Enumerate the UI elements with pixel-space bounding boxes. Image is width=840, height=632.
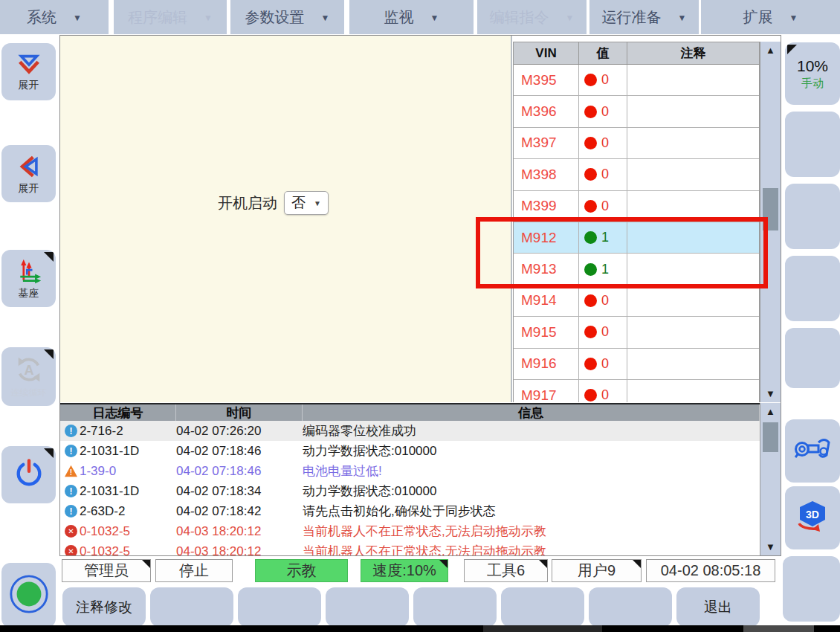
- column-header-value: 值: [579, 42, 627, 64]
- vin-cell: M396: [514, 96, 579, 126]
- table-row[interactable]: M914 0: [514, 286, 759, 317]
- log-warning-icon: [65, 465, 77, 477]
- table-row-selected[interactable]: M912 1: [514, 222, 759, 254]
- user-level-box[interactable]: 管理员: [62, 559, 151, 582]
- run-state-box[interactable]: 停止: [155, 559, 233, 582]
- base-frame-button[interactable]: 基座: [1, 250, 56, 307]
- scroll-up-icon[interactable]: ▲: [760, 45, 781, 56]
- settings-panel: 开机启动 否 ▼: [60, 36, 512, 402]
- log-row[interactable]: 0-1032-5 04-03 18:20:12 当前机器人不在正常状态,无法启动…: [60, 521, 760, 541]
- table-row[interactable]: M397 0: [514, 128, 759, 159]
- column-header-vin: VIN: [514, 42, 579, 64]
- menu-item-monitor[interactable]: 监视 ▼: [349, 0, 474, 34]
- table-row[interactable]: M913 1: [514, 254, 759, 285]
- log-row[interactable]: 2-716-2 04-02 07:26:20 编码器零位校准成功: [60, 421, 760, 441]
- column-header-comment: 注释: [627, 42, 759, 64]
- scroll-down-icon[interactable]: ▼: [760, 388, 781, 399]
- value-cell: 0: [579, 286, 627, 316]
- softkey-button-empty[interactable]: [150, 587, 233, 627]
- comment-edit-button[interactable]: 注释修改: [62, 587, 146, 627]
- softkey-button-empty[interactable]: [413, 587, 497, 627]
- sidebar-button-empty[interactable]: [785, 256, 840, 321]
- speed-box[interactable]: 速度:10%: [361, 559, 448, 582]
- scroll-up-icon[interactable]: ▲: [760, 406, 781, 417]
- log-scrollbar[interactable]: ▲ ▼: [760, 403, 781, 555]
- expand-down-button[interactable]: 展开: [1, 43, 56, 100]
- table-row[interactable]: M396 0: [514, 96, 759, 127]
- value-cell: 0: [579, 191, 627, 222]
- value-cell: 0: [579, 159, 627, 190]
- table-scrollbar[interactable]: ▲ ▼: [760, 42, 781, 402]
- vin-cell: M916: [514, 349, 579, 379]
- vin-cell: M395: [514, 65, 579, 95]
- expand-left-button[interactable]: 展开: [1, 145, 56, 202]
- value-cell: 0: [579, 317, 627, 347]
- log-row[interactable]: 2-63D-2 04-02 07:18:42 请先点击初始化,确保处于同步状态: [60, 501, 760, 521]
- datetime-text: 04-02 08:05:18: [661, 562, 761, 579]
- value-text: 0: [601, 356, 609, 372]
- table-row[interactable]: M916 0: [514, 349, 759, 380]
- state-dot-icon: [584, 106, 597, 118]
- table-row[interactable]: M398 0: [514, 159, 759, 190]
- log-message: 电池电量过低!: [303, 462, 760, 480]
- value-text: 0: [601, 135, 609, 151]
- sidebar-button-empty[interactable]: [785, 112, 840, 177]
- exit-button[interactable]: 退出: [676, 587, 760, 627]
- vin-cell: M399: [514, 191, 579, 222]
- log-time: 04-03 18:20:12: [176, 544, 303, 556]
- tool-box[interactable]: 工具6: [464, 559, 548, 582]
- sidebar-button-empty[interactable]: [783, 556, 840, 622]
- startup-select-value: 否: [291, 193, 306, 213]
- log-message: 编码器零位校准成功: [303, 422, 760, 439]
- value-cell: 0: [579, 128, 627, 158]
- log-list: 2-716-2 04-02 07:26:20 编码器零位校准成功 2-1031-…: [60, 421, 760, 555]
- scroll-down-icon[interactable]: ▼: [760, 541, 781, 552]
- log-row[interactable]: 2-1031-1D 04-02 07:18:34 动力学数据状态:010000: [60, 481, 760, 501]
- log-header: 日志编号 时间 信息: [60, 403, 760, 421]
- comment-cell: [627, 349, 759, 379]
- log-id: 0-1032-5: [80, 524, 176, 539]
- log-row[interactable]: 0-1032-5 04-03 18:20:12 当前机器人不在正常状态,无法启动…: [60, 541, 760, 555]
- continuous-loop-button: A 连续循环: [1, 347, 56, 406]
- sidebar-button-empty[interactable]: [785, 184, 840, 249]
- drag-teach-button[interactable]: [785, 419, 840, 483]
- button-label: 连续循环: [11, 387, 47, 399]
- state-dot-icon: [584, 168, 597, 181]
- teach-mode-box[interactable]: 示教: [255, 559, 348, 582]
- table-row[interactable]: M395 0: [514, 65, 759, 96]
- value-text: 0: [601, 293, 609, 309]
- softkey-button-empty[interactable]: [501, 587, 584, 627]
- menu-item-extend[interactable]: 扩展 ▼: [701, 0, 840, 34]
- speed-mode-button[interactable]: 10% 手动: [785, 42, 840, 105]
- chevron-down-icon: ▼: [204, 13, 213, 23]
- power-button[interactable]: [1, 446, 56, 503]
- value-text: 0: [601, 324, 609, 340]
- table-row[interactable]: M915 0: [514, 317, 759, 348]
- startup-select[interactable]: 否 ▼: [284, 191, 329, 215]
- log-id: 0-1032-5: [80, 544, 176, 556]
- value-cell: 1: [579, 254, 627, 284]
- menu-item-run-preparation[interactable]: 运行准备 ▼: [589, 0, 699, 34]
- table-row[interactable]: M399 0: [514, 191, 759, 222]
- log-row[interactable]: 1-39-0 04-02 07:18:46 电池电量过低!: [60, 461, 760, 481]
- softkey-button-empty[interactable]: [589, 587, 672, 627]
- io-monitor-table: VIN 值 注释 M395 0 M396 0: [513, 42, 760, 402]
- scrollbar-thumb[interactable]: [763, 422, 778, 452]
- sidebar-button-empty[interactable]: [785, 328, 840, 388]
- servo-status-button[interactable]: [1, 563, 56, 628]
- softkey-button-empty[interactable]: [238, 587, 321, 627]
- menu-item-label: 监视: [384, 7, 414, 28]
- log-info-icon: [65, 505, 77, 517]
- scrollbar-thumb[interactable]: [763, 188, 778, 230]
- log-id: 2-1031-1D: [80, 484, 176, 499]
- state-dot-icon: [584, 231, 597, 244]
- softkey-button-empty[interactable]: [326, 587, 409, 627]
- table-row[interactable]: M917 0: [514, 380, 759, 402]
- user-frame-box[interactable]: 用户9: [552, 559, 642, 582]
- log-column-message: 信息: [303, 404, 760, 421]
- menu-item-label: 系统: [27, 7, 56, 28]
- view-3d-button[interactable]: 3D: [785, 486, 840, 549]
- log-row[interactable]: 2-1031-1D 04-02 07:18:46 动力学数据状态:010000: [60, 441, 760, 461]
- menu-item-parameter-settings[interactable]: 参数设置 ▼: [230, 0, 344, 34]
- menu-item-system[interactable]: 系统 ▼: [0, 0, 109, 34]
